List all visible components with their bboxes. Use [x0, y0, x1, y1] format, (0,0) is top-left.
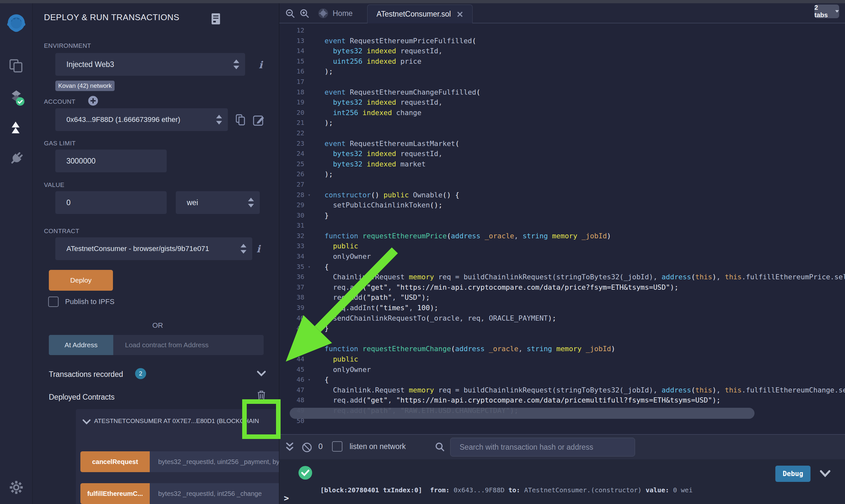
edit-account-icon[interactable]	[253, 114, 265, 126]
function-call-button[interactable]: cancelRequest	[81, 451, 150, 472]
code-text: {	[314, 375, 329, 385]
line-number: 34	[279, 251, 304, 262]
code-text	[314, 128, 325, 139]
docs-icon[interactable]	[211, 13, 221, 25]
line-number: 43	[279, 344, 304, 354]
contract-info-icon[interactable]: i	[257, 243, 260, 255]
line-number: 29	[279, 200, 304, 210]
code-line[interactable]: 47 Chainlink.Request memory req = buildC…	[279, 385, 845, 395]
environment-select[interactable]: Injected Web3	[55, 53, 245, 76]
code-line[interactable]: 12	[279, 25, 845, 36]
plugin-manager-icon[interactable]	[0, 150, 33, 166]
code-line[interactable]: 28▾constructor() public Ownable() {	[279, 190, 845, 200]
file-explorer-icon[interactable]	[0, 58, 33, 73]
code-line[interactable]: 38 req.add("path", "USD");	[279, 292, 845, 303]
code-line[interactable]: 42	[279, 334, 845, 344]
code-line[interactable]: 45 onlyOwner	[279, 364, 845, 375]
environment-info-icon[interactable]: i	[259, 59, 262, 71]
tab-atestnetconsumer[interactable]: ATestnetConsumer.sol	[367, 4, 472, 23]
code-line[interactable]: 18event RequestEthereumChangeFulfilled(	[279, 87, 845, 97]
expand-terminal-icon[interactable]	[285, 442, 294, 452]
settings-gear-icon[interactable]	[0, 480, 33, 495]
code-line[interactable]: 21);	[279, 118, 845, 128]
code-line[interactable]: 14 bytes32 indexed requestId,	[279, 46, 845, 56]
fold-gutter	[304, 334, 314, 344]
clear-console-icon[interactable]	[301, 442, 312, 453]
code-line[interactable]: 36 Chainlink.Request memory req = buildC…	[279, 272, 845, 282]
terminal-search-input[interactable]: Search with transaction hash or address	[450, 438, 635, 456]
code-line[interactable]: 23event RequestEthereumLastMarket(	[279, 139, 845, 149]
code-line[interactable]: 33 public	[279, 241, 845, 251]
code-line[interactable]: 16);	[279, 66, 845, 77]
code-line[interactable]: 48 req.add("get", "https://min-api.crypt…	[279, 395, 845, 406]
zoom-out-icon[interactable]	[285, 8, 296, 19]
fold-marker-icon[interactable]: ▾	[304, 262, 314, 272]
transactions-chevron-down-icon[interactable]	[257, 370, 266, 377]
code-line[interactable]: 19 bytes32 indexed requestId,	[279, 97, 845, 108]
code-text: sendChainlinkRequestTo(_oracle, req, ORA…	[314, 313, 556, 324]
contract-function-row: cancelRequestbytes32 _requestId, uint256…	[81, 451, 303, 472]
code-line[interactable]: 25 bytes32 indexed market	[279, 159, 845, 169]
code-line[interactable]: 26);	[279, 169, 845, 179]
gas-limit-input[interactable]: 3000000	[55, 149, 167, 172]
listen-network-checkbox[interactable]	[332, 441, 342, 452]
line-number: 27	[279, 179, 304, 190]
code-line[interactable]: 22	[279, 128, 845, 139]
code-line[interactable]: 30}	[279, 210, 845, 221]
code-line[interactable]: 20 int256 indexed change	[279, 108, 845, 118]
code-line[interactable]: 29 setPublicChainlinkToken();	[279, 200, 845, 210]
code-line[interactable]: 27	[279, 179, 845, 190]
transaction-log[interactable]: [block:20780401 txIndex:0] from: 0x643..…	[320, 466, 693, 504]
code-line[interactable]: 39 req.addInt("times", 100);	[279, 303, 845, 313]
function-params-input[interactable]: bytes32 _requestId, uint256 _payment, by	[150, 451, 287, 472]
fold-marker-icon[interactable]: ▾	[304, 190, 314, 200]
function-params-input[interactable]: bytes32 _requestId, int256 _change	[150, 483, 287, 504]
at-address-button[interactable]: At Address	[49, 335, 113, 355]
code-line[interactable]: 44 public	[279, 354, 845, 364]
account-select[interactable]: 0x643...9F88D (1.666673996 ether)	[55, 108, 228, 131]
deploy-and-run-icon[interactable]	[0, 120, 33, 137]
function-call-button[interactable]: fulfillEthereumC...	[81, 483, 150, 504]
code-line[interactable]: 41}	[279, 323, 845, 334]
at-address-input[interactable]: Load contract from Address	[113, 335, 264, 355]
code-line[interactable]: 46▾{	[279, 375, 845, 385]
fold-gutter	[304, 77, 314, 87]
deploy-button[interactable]: Deploy	[49, 270, 113, 291]
code-line[interactable]: 13event RequestEthereumPriceFulfilled(	[279, 36, 845, 46]
solidity-compiler-icon[interactable]	[0, 88, 33, 107]
contract-select[interactable]: ATestnetConsumer - browser/gists/9b71e07…	[55, 237, 252, 260]
copy-account-icon[interactable]	[235, 114, 247, 126]
select-stepper-icon	[247, 197, 255, 208]
code-editor[interactable]: 1213event RequestEthereumPriceFulfilled(…	[279, 23, 845, 434]
fold-gutter	[304, 128, 314, 139]
code-line[interactable]: 43function requestEthereumChange(address…	[279, 344, 845, 354]
line-number: 37	[279, 282, 304, 293]
close-tab-icon[interactable]	[457, 11, 463, 18]
remix-logo-icon[interactable]	[0, 13, 33, 34]
code-line[interactable]: 35▾{	[279, 262, 845, 272]
debug-button[interactable]: Debug	[775, 466, 810, 482]
expand-log-chevron-icon[interactable]	[820, 470, 831, 478]
contract-expand-chevron-icon[interactable]	[82, 419, 91, 425]
horizontal-scrollbar[interactable]	[290, 408, 755, 419]
code-line[interactable]: 17	[279, 77, 845, 87]
code-line[interactable]: 24 bytes32 indexed requestId,	[279, 149, 845, 159]
code-text: public	[314, 241, 358, 251]
zoom-in-icon[interactable]	[299, 8, 310, 19]
terminal-prompt[interactable]: >	[284, 493, 289, 503]
code-line[interactable]: 37 req.add("get", "https://min-api.crypt…	[279, 282, 845, 293]
value-input[interactable]: 0	[55, 191, 167, 214]
code-line[interactable]: 34 onlyOwner	[279, 251, 845, 262]
code-text: constructor() public Ownable() {	[314, 190, 459, 200]
code-line[interactable]: 32function requestEthereumPrice(address …	[279, 231, 845, 241]
publish-ipfs-checkbox[interactable]	[48, 296, 58, 307]
line-number: 19	[279, 97, 304, 108]
code-line[interactable]: 40 sendChainlinkRequestTo(_oracle, req, …	[279, 313, 845, 324]
fold-marker-icon[interactable]: ▾	[304, 375, 314, 385]
add-account-icon[interactable]	[88, 95, 98, 106]
code-line[interactable]: 31	[279, 220, 845, 231]
tab-home[interactable]: Home	[318, 3, 352, 23]
tabs-count-button[interactable]: 2 tabs	[814, 4, 839, 18]
code-line[interactable]: 15 uint256 indexed price	[279, 56, 845, 67]
value-unit-select[interactable]: wei	[176, 191, 260, 214]
